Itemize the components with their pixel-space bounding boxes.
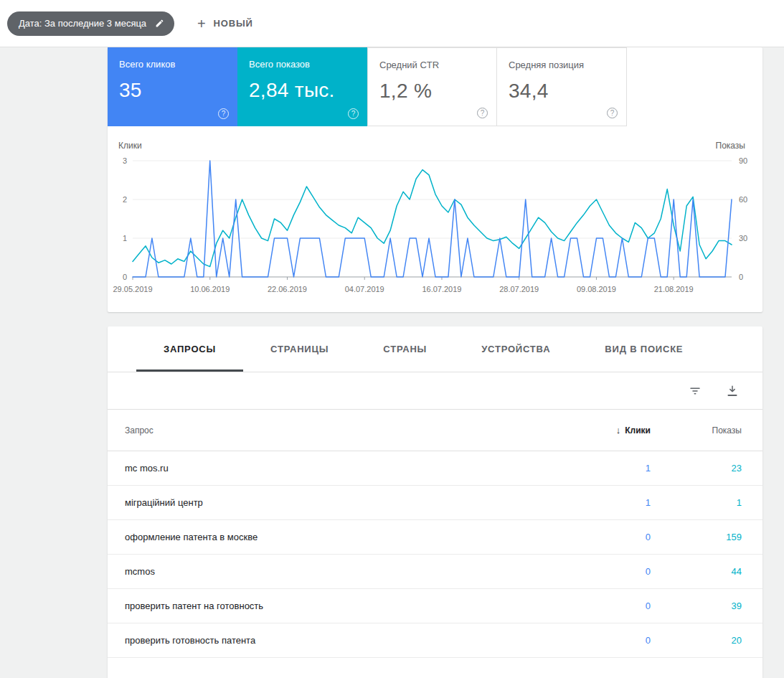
- query-cell: проверить патент на готовность: [125, 601, 557, 611]
- table-row[interactable]: оформление патента в москве0159: [108, 520, 762, 555]
- table-toolbar: [108, 372, 762, 410]
- svg-text:21.08.2019: 21.08.2019: [654, 285, 694, 293]
- svg-text:10.06.2019: 10.06.2019: [190, 285, 230, 293]
- date-filter-chip[interactable]: Дата: За последние 3 месяца: [7, 11, 174, 36]
- svg-text:28.07.2019: 28.07.2019: [499, 285, 539, 293]
- edit-pencil-icon: [155, 19, 164, 28]
- impressions-column-header[interactable]: Показы: [651, 425, 742, 435]
- axis-titles: Клики Показы: [108, 126, 762, 152]
- impressions-cell: 23: [651, 463, 742, 474]
- query-cell: mcmos: [125, 566, 557, 577]
- table-row[interactable]: проверить готовность патента020: [108, 623, 762, 658]
- tab-countries[interactable]: СТРАНЫ: [356, 326, 454, 372]
- clicks-cell: 0: [557, 635, 651, 646]
- metric-label: Средний CTR: [379, 60, 485, 70]
- table-row[interactable]: mc mos.ru123: [108, 451, 762, 486]
- svg-text:3: 3: [123, 156, 127, 165]
- svg-text:29.05.2019: 29.05.2019: [113, 285, 152, 293]
- metric-value: 2,84 тыс.: [249, 79, 356, 102]
- svg-text:90: 90: [739, 156, 747, 165]
- tab-devices[interactable]: УСТРОЙСТВА: [454, 326, 577, 372]
- tabs-bar: ЗАПРОСЫ СТРАНИЦЫ СТРАНЫ УСТРОЙСТВА ВИД В…: [108, 326, 762, 372]
- performance-card: Всего кликов 35 ? Всего показов 2,84 тыс…: [108, 47, 762, 312]
- svg-text:0: 0: [123, 273, 127, 281]
- metric-label: Всего показов: [249, 59, 356, 70]
- impressions-cell: 20: [651, 635, 742, 646]
- table-row[interactable]: mcmos044: [108, 555, 762, 589]
- date-chip-label: Дата: За последние 3 месяца: [19, 18, 146, 29]
- svg-text:22.06.2019: 22.06.2019: [268, 285, 307, 293]
- svg-text:30: 30: [739, 234, 747, 243]
- topbar: Дата: За последние 3 месяца + НОВЫЙ: [0, 0, 784, 47]
- performance-chart[interactable]: 0123030609029.05.201910.06.201922.06.201…: [108, 152, 762, 299]
- impressions-cell: 1: [651, 497, 742, 508]
- svg-text:2: 2: [123, 195, 127, 204]
- help-icon[interactable]: ?: [477, 108, 488, 118]
- clicks-column-header[interactable]: ↓Клики: [557, 425, 651, 435]
- svg-text:16.07.2019: 16.07.2019: [422, 285, 461, 293]
- download-icon: [726, 385, 739, 397]
- metric-tile-clicks[interactable]: Всего кликов 35 ?: [108, 47, 237, 126]
- svg-text:1: 1: [123, 234, 127, 243]
- metric-tile-ctr[interactable]: Средний CTR 1,2 % ?: [367, 47, 497, 126]
- filter-icon: [689, 385, 702, 397]
- table-row[interactable]: міграційний центр11: [108, 486, 762, 520]
- tab-search-appearance[interactable]: ВИД В ПОИСКЕ: [577, 326, 710, 372]
- plus-icon: +: [197, 17, 206, 31]
- chart-section: Клики Показы 0123030609029.05.201910.06.…: [108, 126, 762, 312]
- tab-pages[interactable]: СТРАНИЦЫ: [243, 326, 356, 372]
- help-icon[interactable]: ?: [348, 108, 359, 119]
- svg-text:60: 60: [739, 195, 747, 204]
- tab-label: ЗАПРОСЫ: [164, 344, 216, 354]
- metric-label: Средняя позиция: [509, 60, 615, 70]
- svg-text:04.07.2019: 04.07.2019: [345, 285, 384, 293]
- tab-queries[interactable]: ЗАПРОСЫ: [136, 326, 243, 372]
- metric-row: Всего кликов 35 ? Всего показов 2,84 тыс…: [108, 47, 762, 126]
- help-icon[interactable]: ?: [218, 108, 229, 119]
- clicks-cell: 0: [557, 601, 651, 611]
- help-icon[interactable]: ?: [607, 108, 618, 118]
- queries-card: ЗАПРОСЫ СТРАНИЦЫ СТРАНЫ УСТРОЙСТВА ВИД В…: [108, 326, 762, 678]
- impressions-cell: 44: [651, 566, 742, 577]
- clicks-cell: 1: [557, 497, 651, 508]
- metric-tile-position[interactable]: Средняя позиция 34,4 ?: [497, 47, 627, 126]
- svg-text:09.08.2019: 09.08.2019: [577, 285, 616, 293]
- metric-value: 35: [119, 79, 226, 102]
- tab-label: УСТРОЙСТВА: [481, 344, 550, 354]
- svg-text:0: 0: [739, 273, 743, 281]
- table-header-row: Запрос ↓Клики Показы: [108, 410, 762, 451]
- right-axis-title: Показы: [716, 141, 745, 151]
- table-row[interactable]: проверить патент на готовность039: [108, 589, 762, 623]
- impressions-cell: 159: [651, 532, 742, 542]
- query-cell: міграційний центр: [125, 497, 557, 508]
- left-axis-title: Клики: [118, 141, 142, 151]
- tab-label: СТРАНЫ: [383, 344, 427, 354]
- clicks-cell: 1: [557, 463, 651, 474]
- new-filter-label: НОВЫЙ: [214, 18, 253, 29]
- query-column-header[interactable]: Запрос: [125, 425, 557, 435]
- clicks-cell: 0: [557, 566, 651, 577]
- metric-tile-impressions[interactable]: Всего показов 2,84 тыс. ?: [237, 47, 367, 126]
- clicks-cell: 0: [557, 532, 651, 542]
- sort-desc-icon: ↓: [616, 425, 621, 435]
- metric-value: 1,2 %: [379, 80, 485, 103]
- clicks-header-label: Клики: [625, 425, 651, 435]
- download-button[interactable]: [724, 382, 741, 400]
- new-filter-button[interactable]: + НОВЫЙ: [197, 17, 252, 31]
- query-table-body: mc mos.ru123міграційний центр11оформлени…: [108, 451, 762, 658]
- tab-label: СТРАНИЦЫ: [270, 344, 329, 354]
- metric-label: Всего кликов: [119, 59, 226, 70]
- tab-label: ВИД В ПОИСКЕ: [605, 344, 683, 354]
- metric-value: 34,4: [509, 80, 615, 103]
- filter-button[interactable]: [686, 382, 704, 400]
- query-cell: оформление патента в москве: [125, 532, 557, 542]
- query-cell: проверить готовность патента: [125, 635, 557, 646]
- impressions-cell: 39: [651, 601, 742, 611]
- query-cell: mc mos.ru: [125, 463, 557, 474]
